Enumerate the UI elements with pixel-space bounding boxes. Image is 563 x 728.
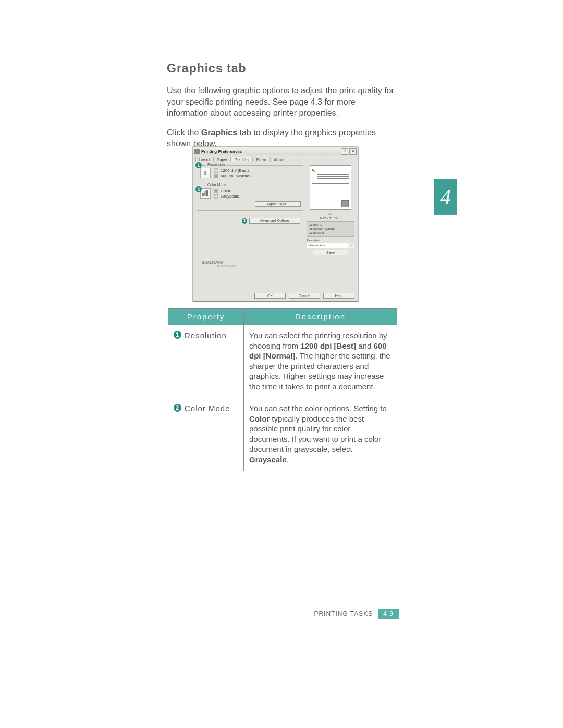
intro-paragraph-1: Use the following graphic options to adj… [167, 85, 399, 119]
resolution-icon: S [200, 168, 211, 178]
description-cell: You can set the color options. Setting t… [244, 398, 397, 471]
radio-label-grayscale: Grayscale [221, 194, 239, 199]
printing-preferences-dialog: 1 2 Printing Preferences ? ✕ Layout Pape… [193, 147, 358, 302]
svg-rect-2 [206, 190, 208, 196]
brand-logo: SAMSUNG ELECTRONICS [197, 260, 303, 290]
dialog-title: Printing Preferences [201, 149, 242, 154]
radio-label-color: Color [221, 189, 230, 193]
color-mode-icon [200, 188, 211, 199]
number-badge: 1 [174, 331, 181, 339]
content-column: Graphics tab Use the following graphic o… [167, 61, 399, 158]
radio-icon [214, 194, 218, 199]
tab-layout[interactable]: Layout [195, 157, 214, 162]
radio-600dpi[interactable]: 600 dpi (Normal) [214, 174, 252, 178]
intro-p2-pre: Click the [167, 128, 201, 137]
titlebar-close-button[interactable]: ✕ [349, 148, 357, 155]
advanced-options-button[interactable]: Advanced Options [249, 218, 300, 224]
printer-icon [194, 149, 200, 154]
dialog-titlebar: Printing Preferences ? ✕ [193, 147, 358, 155]
radio-label-600: 600 dpi (Normal) [221, 174, 252, 178]
resolution-group: Resolution S 1200 dpi (Best) 600 [197, 165, 303, 182]
adjust-color-button[interactable]: Adjust Color... [255, 201, 301, 207]
radio-label-1200: 1200 dpi (Best) [221, 168, 249, 173]
table-row: 1ResolutionYou can select the printing r… [168, 325, 397, 398]
page-preview: S [310, 165, 351, 210]
page-footer: PRINTING TASKS 4.9 [167, 609, 399, 619]
footer-section-label: PRINTING TASKS [314, 610, 373, 618]
property-cell: 1Resolution [168, 325, 244, 398]
preview-dims-label: 8.27 x 11.69 in. [307, 217, 354, 220]
favorites-select[interactable]: <Unnamed> ▾ [307, 243, 354, 248]
color-mode-group: Color Mode Color [197, 186, 303, 211]
favorites-value: <Unnamed> [307, 243, 348, 248]
table-row: 2Color ModeYou can set the color options… [168, 398, 397, 471]
svg-rect-1 [204, 191, 206, 196]
callout-3: 3 [242, 218, 247, 224]
section-heading: Graphics tab [167, 61, 399, 76]
dialog-body: Layout Paper Graphics Extras About Resol… [193, 155, 358, 302]
callout-2: 2 [195, 186, 202, 192]
number-badge: 2 [174, 404, 181, 412]
intro-paragraph-2: Click the Graphics tab to display the gr… [167, 127, 399, 150]
dialog-left-panel: Resolution S 1200 dpi (Best) 600 [197, 165, 303, 290]
status-resolution: Resolution: Normal [309, 227, 352, 231]
preview-image-icon [341, 200, 349, 207]
table-header-property: Property [168, 309, 244, 325]
property-table: Property Description 1ResolutionYou can … [168, 308, 397, 471]
intro-p2-bold: Graphics [201, 128, 237, 137]
preview-s-letter: S [312, 167, 315, 174]
tab-about[interactable]: About [271, 157, 287, 162]
help-button[interactable]: Help [323, 293, 354, 299]
status-copies: Copies: 1 [309, 223, 352, 227]
radio-icon [214, 168, 218, 173]
radio-color[interactable]: Color [214, 189, 239, 193]
footer-page-number: 4.9 [378, 609, 399, 619]
save-button[interactable]: Save [313, 250, 348, 255]
titlebar-help-button[interactable]: ? [341, 148, 348, 155]
advanced-options-row: 3 Advanced Options [197, 218, 303, 224]
dialog-tabs: Layout Paper Graphics Extras About [193, 155, 358, 162]
property-name: Resolution [185, 330, 227, 341]
radio-grayscale[interactable]: Grayscale [214, 194, 239, 199]
tab-graphics[interactable]: Graphics [231, 157, 253, 162]
table-header-description: Description [244, 309, 397, 325]
property-cell: 2Color Mode [168, 398, 244, 471]
tab-paper[interactable]: Paper [214, 157, 231, 162]
preview-paper-label: A4 [307, 212, 354, 215]
svg-rect-0 [202, 193, 204, 196]
dialog-main: Resolution S 1200 dpi (Best) 600 [193, 162, 358, 291]
document-page: Graphics tab Use the following graphic o… [0, 0, 563, 728]
status-color: Color: Auto [309, 231, 352, 236]
resolution-legend: Resolution [206, 163, 226, 166]
property-name: Color Mode [185, 403, 230, 414]
radio-1200dpi[interactable]: 1200 dpi (Best) [214, 168, 252, 173]
status-block: Copies: 1 Resolution: Normal Color: Auto [307, 221, 354, 237]
callout-1: 1 [195, 162, 202, 168]
table-header-row: Property Description [168, 309, 397, 325]
ok-button[interactable]: OK [254, 293, 286, 299]
dialog-right-panel: S A4 8.27 x 11.69 in. Copies: 1 Resoluti… [307, 165, 354, 290]
cancel-button[interactable]: Cancel [289, 293, 320, 299]
radio-icon [214, 174, 218, 178]
chevron-down-icon: ▾ [348, 243, 354, 248]
dialog-footer: OK Cancel Help [193, 291, 358, 302]
description-cell: You can select the printing resolution b… [244, 325, 397, 398]
tab-extras[interactable]: Extras [253, 157, 271, 162]
chapter-side-tab: 4 [434, 179, 457, 215]
color-mode-legend: Color Mode [206, 183, 227, 187]
radio-icon [214, 189, 218, 193]
favorites-label: Favorites [307, 239, 354, 242]
